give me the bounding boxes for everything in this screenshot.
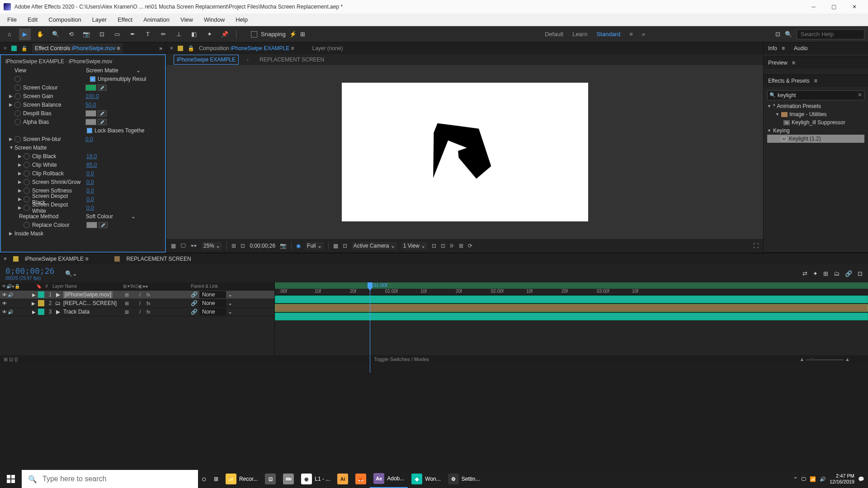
cortana-button[interactable]: ○ [198,470,210,488]
panel-menu-icon[interactable]: ≡ [792,60,795,66]
menu-effect[interactable]: Effect [112,14,138,25]
tree-image-utilities[interactable]: ▼Image - Utilities [767,110,864,118]
eyedropper-icon[interactable]: 💉 [98,84,107,91]
timeline-tool-icon[interactable]: 🗂 [834,270,840,277]
menu-edit[interactable]: Edit [22,14,43,25]
comp-subtab-2[interactable]: REPLACEMENT SCREEN [257,55,327,64]
zoom-dropdown[interactable]: 25% ⌄ [202,242,222,250]
workspace-standard[interactable]: Standard [596,31,620,38]
timeline-tool-icon[interactable]: ✦ [813,270,818,277]
clip-rollback-value[interactable]: 0.0 [86,170,94,177]
taskbar-chrome[interactable]: ◉L1 - ... [297,470,334,488]
composition-tab[interactable]: Composition iPhoneSwipe EXAMPLE ≡ [199,45,294,52]
effects-search-input[interactable] [767,90,864,100]
lock-icon[interactable]: 🔒 [188,45,194,52]
clone-tool[interactable]: ⊥ [173,28,184,40]
stopwatch-icon[interactable] [24,170,30,177]
stopwatch-icon[interactable] [24,222,30,228]
workspace-menu-icon[interactable]: ≡ [629,31,633,38]
task-view-button[interactable]: ⊞ [210,470,222,488]
maximize-icon[interactable]: ⛶ [753,243,759,249]
stopwatch-icon[interactable] [14,84,21,91]
timeline-tool-icon[interactable]: ⊡ [858,270,863,277]
timeline-footer-icon[interactable]: ⊞ ⊡ {} [0,357,21,362]
tree-animation-presets[interactable]: ▼*Animation Presets [767,102,864,110]
home-tool[interactable]: ⌂ [4,28,15,40]
alpha-icon[interactable]: ▦ [171,243,176,249]
workspace-learn[interactable]: Learn [572,31,587,38]
close-button[interactable]: ✕ [844,0,864,14]
display-icon[interactable]: 🖵 [180,243,186,249]
workspace-overflow-icon[interactable]: » [642,31,645,38]
region-icon[interactable]: ⊡ [343,243,347,249]
eyedropper-icon[interactable]: 💉 [99,222,108,228]
preview-tab[interactable]: Preview [768,60,788,66]
snapshot-icon[interactable]: 📷 [280,243,287,249]
twirl-icon[interactable]: ▼ [9,145,14,150]
hand-tool[interactable]: ✋ [34,28,46,40]
twirl-icon[interactable]: ▶ [9,94,14,99]
mask-icon[interactable]: 👓 [190,243,197,249]
timeline-tool-icon[interactable]: ⊞ [823,270,828,277]
grid-icon[interactable]: ⊞ [231,243,236,249]
screen-softness-value[interactable]: 0.0 [86,188,94,194]
viewer-timecode[interactable]: 0;00;00;26 [250,243,275,249]
menu-help[interactable]: Help [230,14,253,25]
timeline-tool-icon[interactable]: ⇄ [802,270,807,277]
panel-menu-icon[interactable]: ≡ [814,78,817,84]
pan-behind-tool[interactable]: ⊡ [96,28,108,40]
workspace-default[interactable]: Default [545,31,563,38]
timeline-search-icon[interactable]: 🔍⌄ [65,270,77,277]
orbit-tool[interactable]: ⟲ [65,28,77,40]
menu-file[interactable]: File [2,14,22,25]
zoom-tool[interactable]: 🔍 [50,28,61,40]
search-help-input[interactable] [797,29,864,39]
taskbar-after-effects[interactable]: AeAdob... [370,470,408,488]
search-toggle-icon[interactable]: ⊡ [775,31,780,38]
view-option-icon[interactable]: ⊞ [459,243,463,249]
replace-colour-chip[interactable] [86,222,97,228]
selection-tool[interactable]: ▶ [19,28,31,40]
maximize-button[interactable]: ▢ [824,0,844,14]
stopwatch-icon[interactable] [24,196,30,202]
composition-viewer[interactable] [166,65,763,239]
snap-options-icon[interactable]: ⚡ [289,31,297,38]
view-option-icon[interactable]: ⊪ [450,243,454,249]
twirl-icon[interactable]: ▶ [18,179,24,184]
stopwatch-icon[interactable] [14,93,21,99]
inside-mask-section[interactable]: Inside Mask [14,230,43,237]
clear-search-icon[interactable]: ✕ [858,92,862,98]
tray-volume-icon[interactable]: 🔊 [820,476,826,482]
timeline-tab-2[interactable]: REPLACEMENT SCREEN [126,256,191,262]
effect-controls-tab[interactable]: Effect Controls iPhoneSwipe.mov ≡ [32,43,123,53]
panel-expand-icon[interactable]: » [159,45,162,52]
timeline-ruler[interactable]: :00f10f20f01:00f10f20f02:00f10f20f03:00f… [275,282,868,295]
menu-window[interactable]: Window [198,14,230,25]
resolution-dropdown[interactable]: Full ⌄ [305,242,324,250]
zoom-slider[interactable]: ▲ —○—————— ▲ [781,357,868,362]
twirl-icon[interactable]: ▶ [18,171,24,176]
tray-expand-icon[interactable]: ⌃ [793,476,797,482]
panel-menu-icon[interactable]: ≡ [782,45,785,52]
channel-icon[interactable]: ◉ [296,243,301,249]
taskbar-wondershare[interactable]: ◆Won... [408,470,444,488]
twirl-icon[interactable]: ▶ [9,136,14,141]
eyedropper-icon[interactable]: 💉 [98,119,107,125]
start-button[interactable] [0,470,22,488]
stopwatch-icon[interactable] [14,136,21,142]
screen-matte-section[interactable]: Screen Matte [14,145,47,151]
taskbar-clock[interactable]: 2:47 PM 12/16/2019 [830,473,854,485]
info-tab[interactable]: Info [768,45,777,52]
stopwatch-icon[interactable] [14,119,21,125]
stopwatch-icon[interactable] [14,102,21,108]
panel-close-icon[interactable]: × [4,45,7,52]
puppet-tool[interactable]: 📌 [219,28,231,40]
taskbar-illustrator[interactable]: Ai [334,470,352,488]
col-parent[interactable]: Parent & Link [186,284,218,289]
audio-tab[interactable]: Audio [794,45,808,52]
twirl-icon[interactable]: ▶ [18,188,24,193]
taskbar-settings[interactable]: ⚙Settin... [444,470,484,488]
lock-biases-checkbox[interactable]: ✓ [87,128,92,133]
tree-keylight-suppressor[interactable]: fxKeyligh_ill Suppressor [767,118,864,127]
toggle-switches-button[interactable]: Toggle Switches / Modes [374,357,429,362]
